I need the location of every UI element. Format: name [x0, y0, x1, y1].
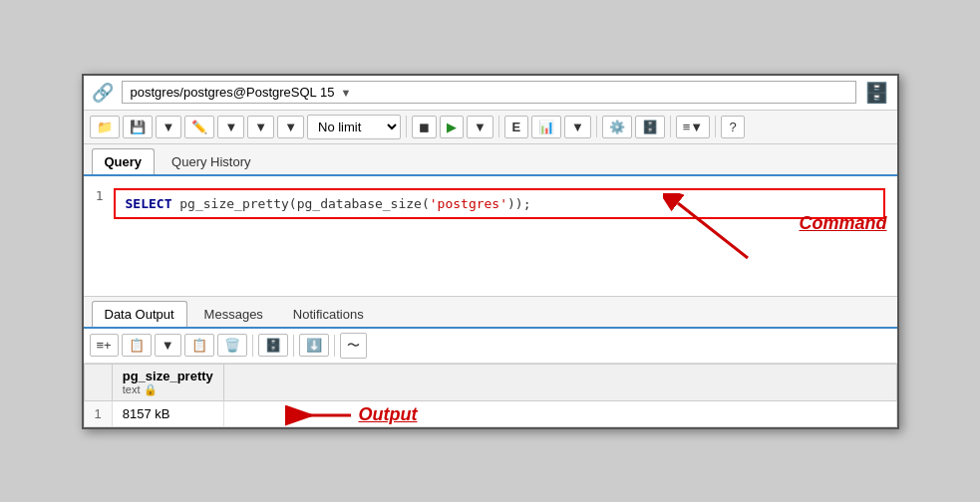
chart-button[interactable]: 〜 — [340, 333, 367, 359]
download-button[interactable]: ⬇️ — [299, 334, 329, 357]
row-num-header — [84, 364, 112, 400]
rollback-button[interactable]: 🗄️ — [635, 116, 665, 138]
empty-header — [223, 364, 896, 400]
col-header-pg-size-pretty: pg_size_pretty text 🔒 — [112, 364, 223, 400]
command-arrow-svg — [663, 193, 753, 263]
run-button[interactable]: ▶ — [440, 116, 464, 138]
tab-query[interactable]: Query — [92, 148, 156, 174]
function-text: pg_size_pretty(pg_database_size( — [179, 196, 429, 211]
copy-button[interactable]: 📋 — [122, 334, 152, 357]
tab-query-history[interactable]: Query History — [159, 148, 263, 174]
database-icon: 🗄️ — [864, 81, 889, 105]
output-arrow-svg — [273, 401, 353, 429]
toolbar-separator-5 — [715, 116, 716, 137]
limit-select[interactable]: No limit 1000 rows — [307, 115, 401, 139]
commit-button[interactable]: ⚙️ — [602, 116, 632, 138]
edit-dropdown-button[interactable]: ▼ — [217, 116, 244, 138]
line-number-1: 1 — [84, 188, 114, 219]
save-dropdown-button[interactable]: ▼ — [156, 116, 182, 138]
query-content: 1 SELECT pg_size_pretty(pg_database_size… — [84, 184, 897, 223]
svg-line-1 — [678, 203, 748, 258]
macros-button[interactable]: ≡▼ — [676, 116, 710, 138]
connection-bar: 🔗 postgres/postgres@PostgreSQL 15 ▼ 🗄️ — [84, 76, 897, 111]
db-button[interactable]: 🗄️ — [258, 334, 288, 357]
open-file-button[interactable]: 📁 — [90, 116, 120, 138]
add-row-button[interactable]: ≡+ — [90, 334, 119, 357]
toolbar-separator-2 — [498, 116, 499, 137]
row-number-1: 1 — [84, 400, 112, 426]
filter-dropdown-button[interactable]: ▼ — [277, 116, 304, 138]
help-button[interactable]: ? — [721, 116, 745, 138]
tab-notifications[interactable]: Notifications — [280, 301, 377, 327]
paste-button[interactable]: 📋 — [184, 334, 214, 357]
output-annotation: Output — [273, 401, 418, 429]
explain-dropdown-button[interactable]: ▼ — [564, 116, 591, 138]
bottom-separator-1 — [252, 335, 253, 357]
command-label: Command — [799, 213, 886, 234]
query-area: 1 SELECT pg_size_pretty(pg_database_size… — [84, 176, 897, 296]
main-toolbar: 📁 💾 ▼ ✏️ ▼ ▼ ▼ No limit 1000 rows ◼ ▶ ▼ … — [84, 111, 897, 144]
result-tabs-row: Data Output Messages Notifications — [84, 297, 897, 329]
results-area: pg_size_pretty text 🔒 1 8157 kB — [84, 364, 897, 427]
explain-button[interactable]: E — [504, 116, 528, 138]
table-row: 1 8157 kB — [84, 400, 896, 426]
explain-analyze-button[interactable]: 📊 — [531, 116, 561, 138]
stop-button[interactable]: ◼ — [412, 116, 437, 138]
keyword-select: SELECT — [126, 196, 172, 211]
output-label: Output — [359, 404, 418, 425]
run-dropdown-button[interactable]: ▼ — [467, 116, 493, 138]
command-annotation-area: Command — [84, 223, 897, 278]
connection-label: postgres/postgres@PostgreSQL 15 — [131, 85, 335, 100]
bottom-separator-3 — [334, 335, 335, 357]
lock-icon: 🔒 — [144, 383, 158, 396]
query-tabs-row: Query Query History — [84, 144, 897, 176]
query-editor[interactable]: SELECT pg_size_pretty(pg_database_size('… — [114, 188, 885, 219]
filter-button[interactable]: ▼ — [247, 116, 274, 138]
copy-dropdown-button[interactable]: ▼ — [155, 334, 181, 357]
toolbar-separator-1 — [406, 116, 407, 137]
save-button[interactable]: 💾 — [123, 116, 153, 138]
tab-data-output[interactable]: Data Output — [92, 301, 187, 327]
col-name-text: pg_size_pretty — [123, 369, 213, 383]
cell-value-1: 8157 kB — [112, 400, 223, 426]
bottom-toolbar: ≡+ 📋 ▼ 📋 🗑️ 🗄️ ⬇️ 〜 — [84, 329, 897, 364]
string-literal: 'postgres' — [430, 196, 507, 211]
bottom-section: Data Output Messages Notifications ≡+ 📋 … — [84, 296, 897, 427]
delete-row-button[interactable]: 🗑️ — [217, 334, 247, 357]
toolbar-separator-4 — [670, 116, 671, 137]
edit-button[interactable]: ✏️ — [184, 116, 214, 138]
results-table: pg_size_pretty text 🔒 1 8157 kB — [84, 364, 897, 427]
tab-messages[interactable]: Messages — [191, 301, 276, 327]
toolbar-separator-3 — [596, 116, 597, 137]
main-window: 🔗 postgres/postgres@PostgreSQL 15 ▼ 🗄️ 📁… — [82, 74, 899, 429]
conn-dropdown-arrow[interactable]: ▼ — [340, 87, 351, 99]
col-type-text: text — [123, 383, 141, 395]
bottom-separator-2 — [293, 335, 294, 357]
function-close: )); — [507, 196, 530, 211]
link-icon: 🔗 — [92, 82, 114, 104]
